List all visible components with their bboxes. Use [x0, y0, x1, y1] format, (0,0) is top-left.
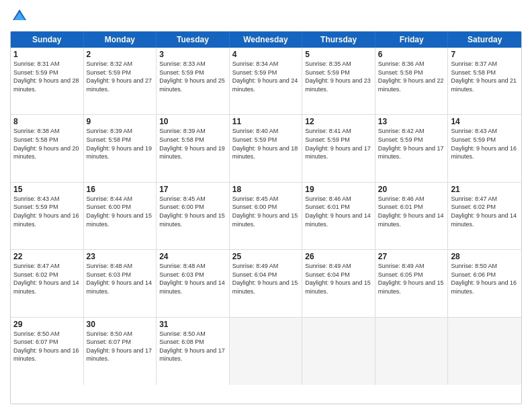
- cal-cell-4: 4Sunrise: 8:34 AMSunset: 5:59 PMDaylight…: [230, 48, 303, 115]
- cal-cell-29: 29Sunrise: 8:50 AMSunset: 6:07 PMDayligh…: [11, 318, 84, 385]
- day-number: 23: [87, 252, 154, 261]
- day-number: 9: [87, 117, 154, 126]
- header-day-friday: Friday: [375, 32, 449, 48]
- logo: [10, 7, 32, 26]
- cal-cell-empty: [230, 318, 303, 385]
- page: SundayMondayTuesdayWednesdayThursdayFrid…: [0, 0, 532, 411]
- day-number: 19: [305, 185, 372, 194]
- cell-info: Sunrise: 8:31 AMSunset: 5:59 PMDaylight:…: [13, 60, 81, 93]
- cell-info: Sunrise: 8:40 AMSunset: 5:59 PMDaylight:…: [232, 127, 300, 161]
- day-number: 18: [232, 185, 300, 194]
- cell-info: Sunrise: 8:49 AMSunset: 6:04 PMDaylight:…: [232, 262, 300, 295]
- day-number: 5: [305, 50, 372, 59]
- cell-info: Sunrise: 8:37 AMSunset: 5:58 PMDaylight:…: [451, 60, 519, 93]
- cell-info: Sunrise: 8:46 AMSunset: 6:01 PMDaylight:…: [378, 195, 445, 228]
- cell-info: Sunrise: 8:45 AMSunset: 6:00 PMDaylight:…: [232, 195, 300, 228]
- cal-cell-13: 13Sunrise: 8:42 AMSunset: 5:59 PMDayligh…: [375, 115, 449, 182]
- cell-info: Sunrise: 8:48 AMSunset: 6:03 PMDaylight:…: [87, 262, 154, 295]
- calendar-body: 1Sunrise: 8:31 AMSunset: 5:59 PMDaylight…: [11, 48, 521, 385]
- day-number: 27: [378, 252, 445, 261]
- calendar-header: SundayMondayTuesdayWednesdayThursdayFrid…: [11, 32, 521, 48]
- day-number: 14: [451, 117, 519, 126]
- cal-cell-17: 17Sunrise: 8:45 AMSunset: 6:00 PMDayligh…: [157, 183, 230, 250]
- cell-info: Sunrise: 8:43 AMSunset: 5:59 PMDaylight:…: [13, 195, 81, 228]
- day-number: 28: [451, 252, 519, 261]
- cal-cell-empty: [448, 318, 521, 385]
- day-number: 20: [378, 185, 445, 194]
- header-day-tuesday: Tuesday: [157, 32, 230, 48]
- cal-cell-23: 23Sunrise: 8:48 AMSunset: 6:03 PMDayligh…: [84, 250, 157, 317]
- cal-cell-18: 18Sunrise: 8:45 AMSunset: 6:00 PMDayligh…: [230, 183, 303, 250]
- day-number: 29: [13, 320, 81, 329]
- cell-info: Sunrise: 8:47 AMSunset: 6:02 PMDaylight:…: [451, 195, 519, 228]
- day-number: 15: [13, 185, 81, 194]
- cal-cell-3: 3Sunrise: 8:33 AMSunset: 5:59 PMDaylight…: [157, 48, 230, 115]
- day-number: 1: [13, 50, 81, 59]
- day-number: 21: [451, 185, 519, 194]
- cell-info: Sunrise: 8:32 AMSunset: 5:59 PMDaylight:…: [87, 60, 154, 93]
- cal-cell-22: 22Sunrise: 8:47 AMSunset: 6:02 PMDayligh…: [11, 250, 84, 317]
- header-day-saturday: Saturday: [448, 32, 521, 48]
- cal-cell-6: 6Sunrise: 8:36 AMSunset: 5:58 PMDaylight…: [375, 48, 449, 115]
- cell-info: Sunrise: 8:42 AMSunset: 5:59 PMDaylight:…: [378, 127, 445, 161]
- day-number: 7: [451, 50, 519, 59]
- day-number: 16: [87, 185, 154, 194]
- day-number: 2: [87, 50, 154, 59]
- cal-cell-21: 21Sunrise: 8:47 AMSunset: 6:02 PMDayligh…: [448, 183, 521, 250]
- cal-cell-12: 12Sunrise: 8:41 AMSunset: 5:59 PMDayligh…: [302, 115, 375, 182]
- cell-info: Sunrise: 8:36 AMSunset: 5:58 PMDaylight:…: [378, 60, 445, 93]
- cal-cell-8: 8Sunrise: 8:38 AMSunset: 5:58 PMDaylight…: [11, 115, 84, 182]
- cell-info: Sunrise: 8:39 AMSunset: 5:58 PMDaylight:…: [87, 127, 154, 161]
- cal-cell-14: 14Sunrise: 8:43 AMSunset: 5:59 PMDayligh…: [448, 115, 521, 182]
- header: [10, 7, 522, 26]
- cal-cell-20: 20Sunrise: 8:46 AMSunset: 6:01 PMDayligh…: [375, 183, 449, 250]
- cell-info: Sunrise: 8:43 AMSunset: 5:59 PMDaylight:…: [451, 127, 519, 161]
- day-number: 6: [378, 50, 445, 59]
- day-number: 12: [305, 117, 372, 126]
- cal-cell-30: 30Sunrise: 8:50 AMSunset: 6:07 PMDayligh…: [84, 318, 157, 385]
- cal-cell-27: 27Sunrise: 8:49 AMSunset: 6:05 PMDayligh…: [375, 250, 449, 317]
- logo-icon: [10, 7, 29, 26]
- cal-cell-10: 10Sunrise: 8:39 AMSunset: 5:58 PMDayligh…: [157, 115, 230, 182]
- header-day-thursday: Thursday: [302, 32, 375, 48]
- cal-cell-28: 28Sunrise: 8:50 AMSunset: 6:06 PMDayligh…: [448, 250, 521, 317]
- header-day-sunday: Sunday: [11, 32, 84, 48]
- header-day-wednesday: Wednesday: [230, 32, 303, 48]
- cal-cell-15: 15Sunrise: 8:43 AMSunset: 5:59 PMDayligh…: [11, 183, 84, 250]
- day-number: 4: [232, 50, 300, 59]
- cal-cell-11: 11Sunrise: 8:40 AMSunset: 5:59 PMDayligh…: [230, 115, 303, 182]
- cal-cell-25: 25Sunrise: 8:49 AMSunset: 6:04 PMDayligh…: [230, 250, 303, 317]
- cal-cell-2: 2Sunrise: 8:32 AMSunset: 5:59 PMDaylight…: [84, 48, 157, 115]
- cell-info: Sunrise: 8:46 AMSunset: 6:01 PMDaylight:…: [305, 195, 372, 228]
- day-number: 26: [305, 252, 372, 261]
- cell-info: Sunrise: 8:33 AMSunset: 5:59 PMDaylight:…: [159, 60, 226, 93]
- cal-cell-19: 19Sunrise: 8:46 AMSunset: 6:01 PMDayligh…: [302, 183, 375, 250]
- day-number: 8: [13, 117, 81, 126]
- cell-info: Sunrise: 8:35 AMSunset: 5:59 PMDaylight:…: [305, 60, 372, 93]
- cal-cell-5: 5Sunrise: 8:35 AMSunset: 5:59 PMDaylight…: [302, 48, 375, 115]
- day-number: 31: [159, 320, 226, 329]
- day-number: 22: [13, 252, 81, 261]
- cell-info: Sunrise: 8:50 AMSunset: 6:08 PMDaylight:…: [159, 330, 226, 363]
- day-number: 17: [159, 185, 226, 194]
- cell-info: Sunrise: 8:47 AMSunset: 6:02 PMDaylight:…: [13, 262, 81, 295]
- cal-cell-empty: [302, 318, 375, 385]
- day-number: 30: [87, 320, 154, 329]
- cal-cell-16: 16Sunrise: 8:44 AMSunset: 6:00 PMDayligh…: [84, 183, 157, 250]
- cal-cell-24: 24Sunrise: 8:48 AMSunset: 6:03 PMDayligh…: [157, 250, 230, 317]
- day-number: 24: [159, 252, 226, 261]
- day-number: 11: [232, 117, 300, 126]
- cell-info: Sunrise: 8:41 AMSunset: 5:59 PMDaylight:…: [305, 127, 372, 161]
- cell-info: Sunrise: 8:50 AMSunset: 6:07 PMDaylight:…: [87, 330, 154, 363]
- day-number: 3: [159, 50, 226, 59]
- cell-info: Sunrise: 8:34 AMSunset: 5:59 PMDaylight:…: [232, 60, 300, 93]
- cell-info: Sunrise: 8:39 AMSunset: 5:58 PMDaylight:…: [159, 127, 226, 161]
- header-day-monday: Monday: [84, 32, 157, 48]
- calendar: SundayMondayTuesdayWednesdayThursdayFrid…: [10, 31, 522, 404]
- cal-cell-31: 31Sunrise: 8:50 AMSunset: 6:08 PMDayligh…: [157, 318, 230, 385]
- day-number: 13: [378, 117, 445, 126]
- cell-info: Sunrise: 8:50 AMSunset: 6:06 PMDaylight:…: [451, 262, 519, 295]
- cal-cell-7: 7Sunrise: 8:37 AMSunset: 5:58 PMDaylight…: [448, 48, 521, 115]
- cell-info: Sunrise: 8:50 AMSunset: 6:07 PMDaylight:…: [13, 330, 81, 363]
- cell-info: Sunrise: 8:48 AMSunset: 6:03 PMDaylight:…: [159, 262, 226, 295]
